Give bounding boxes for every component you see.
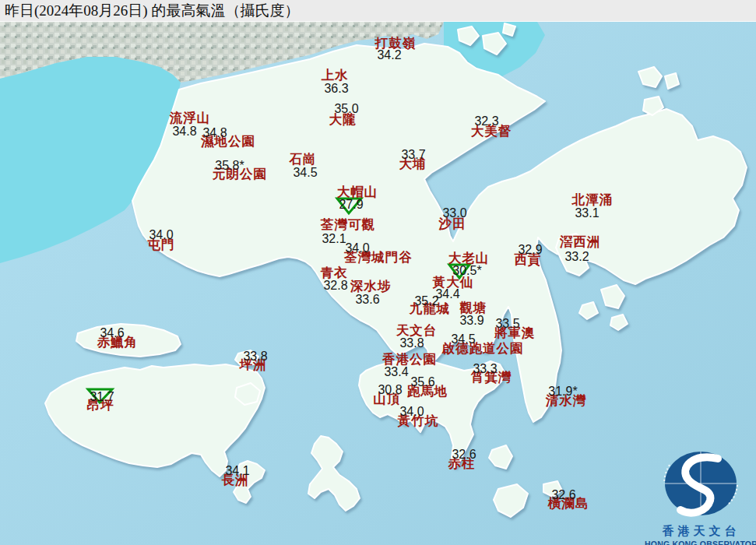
map-title: 昨日(2024年08月26日) 的最高氣溫（攝氏度） bbox=[5, 2, 299, 19]
title-bar: 昨日(2024年08月26日) 的最高氣溫（攝氏度） bbox=[0, 0, 756, 22]
green-triangle-marker bbox=[337, 199, 361, 213]
weather-map-screen: 打鼓嶺34.2上水36.3大隴35.0流浮山34.8濕地公園34.8元朗公園35… bbox=[0, 0, 756, 545]
hko-logo-en: HONG KONG OBSERVATORY bbox=[645, 540, 756, 545]
green-triangle-marker bbox=[88, 389, 112, 403]
green-triangle-marker bbox=[449, 265, 469, 278]
hko-logo-icon bbox=[645, 448, 756, 519]
hko-logo: 香港天文台 HONG KONG OBSERVATORY bbox=[645, 448, 756, 545]
marker-overlay bbox=[0, 0, 756, 545]
hko-logo-zh: 香港天文台 bbox=[645, 524, 756, 539]
